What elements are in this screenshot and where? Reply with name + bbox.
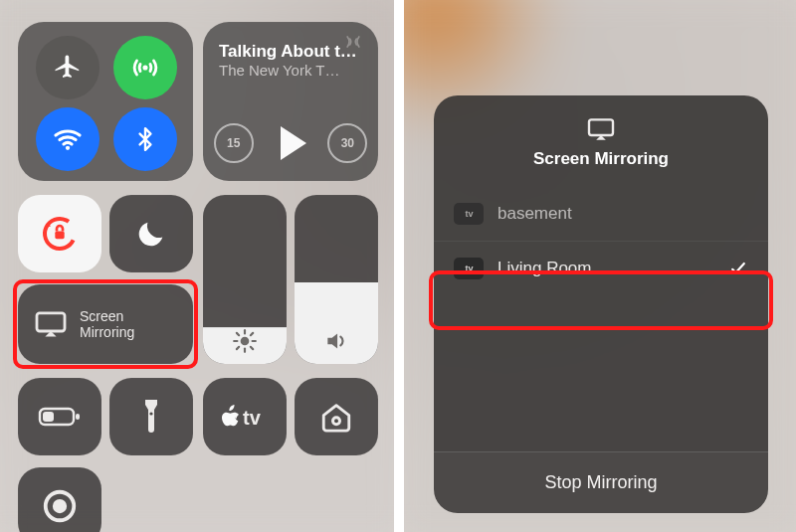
connectivity-group bbox=[18, 22, 193, 181]
device-label: Living Room bbox=[498, 259, 592, 278]
apple-tv-remote-button[interactable]: tv bbox=[203, 378, 287, 455]
svg-rect-3 bbox=[55, 232, 64, 240]
svg-rect-16 bbox=[76, 414, 80, 420]
svg-rect-23 bbox=[589, 119, 613, 135]
brightness-slider[interactable] bbox=[203, 195, 287, 364]
svg-text:tv: tv bbox=[243, 407, 262, 429]
wifi-icon bbox=[52, 123, 84, 155]
cellular-data-toggle[interactable] bbox=[113, 36, 177, 99]
device-list: tv basement tv Living Room bbox=[434, 187, 768, 451]
apple-tv-badge-icon: tv bbox=[454, 258, 484, 279]
svg-line-12 bbox=[251, 333, 253, 335]
apple-tv-icon: tv bbox=[220, 402, 270, 432]
control-center-screenshot: Talking About t… The New York T… 15 30 bbox=[0, 0, 394, 532]
svg-point-22 bbox=[53, 499, 67, 513]
media-subtitle: The New York T… bbox=[219, 62, 362, 79]
skip-back-label: 15 bbox=[227, 136, 240, 150]
svg-point-1 bbox=[66, 146, 70, 150]
cellular-icon bbox=[128, 51, 162, 85]
apple-tv-badge-icon: tv bbox=[454, 203, 484, 225]
skip-forward-label: 30 bbox=[341, 136, 354, 150]
skip-forward-button[interactable]: 30 bbox=[327, 123, 367, 163]
svg-line-10 bbox=[251, 347, 253, 349]
bluetooth-toggle[interactable] bbox=[113, 107, 177, 171]
svg-rect-15 bbox=[43, 412, 54, 422]
svg-point-4 bbox=[241, 337, 250, 346]
svg-point-0 bbox=[142, 65, 147, 70]
svg-line-9 bbox=[237, 333, 239, 335]
screen-mirroring-label: Screen Mirroring bbox=[80, 308, 134, 340]
moon-icon bbox=[134, 217, 168, 251]
svg-point-20 bbox=[334, 419, 338, 423]
device-row-basement[interactable]: tv basement bbox=[434, 187, 768, 241]
volume-slider[interactable] bbox=[295, 195, 378, 364]
speaker-icon bbox=[321, 328, 351, 354]
airplay-audio-icon bbox=[342, 32, 364, 52]
airplane-icon bbox=[53, 53, 83, 83]
sun-icon bbox=[232, 328, 258, 354]
orientation-lock-icon bbox=[40, 214, 80, 254]
svg-point-17 bbox=[149, 412, 152, 415]
sheet-title: Screen Mirroring bbox=[434, 149, 768, 169]
home-button[interactable] bbox=[295, 378, 378, 455]
home-icon bbox=[318, 400, 354, 434]
checkmark-icon bbox=[728, 259, 748, 278]
do-not-disturb-toggle[interactable] bbox=[109, 195, 193, 272]
media-title: Talking About t… bbox=[219, 42, 362, 62]
skip-back-button[interactable]: 15 bbox=[214, 123, 254, 163]
device-row-living-room[interactable]: tv Living Room bbox=[434, 241, 768, 295]
sheet-header: Screen Mirroring bbox=[434, 95, 768, 187]
screen-mirroring-button[interactable]: Screen Mirroring bbox=[18, 284, 193, 364]
battery-icon bbox=[38, 405, 82, 429]
bluetooth-icon bbox=[132, 124, 158, 154]
wifi-toggle[interactable] bbox=[36, 107, 100, 171]
flashlight-icon bbox=[141, 397, 161, 437]
screen-mirroring-icon bbox=[586, 117, 616, 141]
screen-mirroring-picker-screenshot: Screen Mirroring tv basement tv Living R… bbox=[404, 0, 796, 532]
screen-mirroring-sheet: Screen Mirroring tv basement tv Living R… bbox=[434, 95, 768, 513]
low-power-mode-toggle[interactable] bbox=[18, 378, 101, 455]
play-button[interactable] bbox=[281, 126, 306, 160]
stop-mirroring-button[interactable]: Stop Mirroring bbox=[434, 451, 768, 513]
screen-record-button[interactable] bbox=[18, 467, 101, 532]
orientation-lock-toggle[interactable] bbox=[18, 195, 101, 272]
device-label: basement bbox=[498, 204, 572, 224]
record-icon bbox=[41, 487, 79, 525]
svg-line-11 bbox=[237, 347, 239, 349]
screen-mirroring-icon bbox=[34, 310, 68, 338]
svg-rect-13 bbox=[37, 313, 65, 331]
flashlight-toggle[interactable] bbox=[109, 378, 193, 455]
now-playing-tile[interactable]: Talking About t… The New York T… 15 30 bbox=[203, 22, 378, 181]
airplane-mode-toggle[interactable] bbox=[36, 36, 100, 99]
